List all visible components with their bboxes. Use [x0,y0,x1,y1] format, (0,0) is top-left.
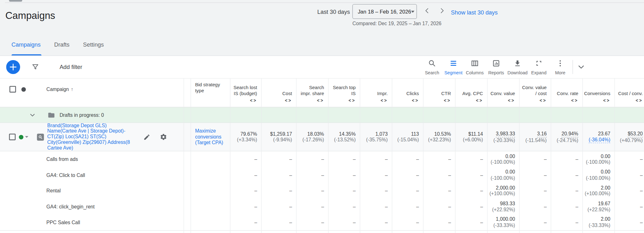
segment-label-cell: Rental [0,183,184,199]
metric-value: – [575,219,578,225]
column-header[interactable]: Search top IS <> [329,78,360,107]
metric-value: – [353,188,356,194]
download-button[interactable]: Download [507,59,528,75]
metric-change-value: (-33.33%) [493,222,515,228]
metric-cell: 2.00 (+100.00%) [583,183,615,199]
column-header[interactable]: CTR <> [424,78,456,107]
settings-gear-icon[interactable] [160,133,167,141]
campaign-status-toggle[interactable] [19,135,28,139]
campaign-name-link[interactable]: Brand(Storage Depot GLS) Name(W [0,230,184,233]
metric-cell: – [519,167,551,183]
compare-values-icon: <> [571,98,578,102]
metric-change-value: (-24.71%) [557,137,578,143]
metric-value: – [448,188,451,194]
segment-label: GA4: Click to Call [47,172,85,178]
tab-settings[interactable]: Settings [83,41,104,54]
columns-button[interactable]: Columns [464,59,486,75]
column-header[interactable]: Avg. CPC <> [455,78,487,107]
metric-cell: – [424,199,456,215]
column-header[interactable]: Impr. <> [360,78,392,107]
frozen-column-gap [184,78,191,107]
metric-cell: – [519,183,551,199]
metric-cell: – [455,199,487,215]
column-header[interactable]: Conversions <> [583,78,615,107]
metric-change-value: (-100.00%) [586,159,610,165]
row-checkbox[interactable] [9,134,16,140]
metric-cell: 14.35% (-13.52%) [329,123,360,151]
select-all-checkbox[interactable] [9,86,16,93]
next-period-button[interactable] [439,8,445,16]
compare-values-icon: <> [476,98,483,102]
show-last-30-days-link[interactable]: Show last 30 days [451,9,497,16]
metric-cell: – [360,199,392,215]
segment-icon [449,59,458,69]
add-filter-button[interactable]: Add filter [59,64,82,70]
metric-cell: – [455,183,487,199]
metric-cell: – [455,167,487,183]
more-button[interactable]: More [550,59,571,75]
metric-value: 2.00 [601,216,610,222]
metric-change-value[interactable]: (-36.04%) [589,137,610,143]
compare-values-icon: <> [285,98,292,102]
metric-cell: – [329,183,360,199]
campaign-column-header[interactable]: Campaign ↑ [0,78,184,107]
collapse-toolbar-icon[interactable] [577,63,586,73]
column-header[interactable]: Cost / conv. <> [615,78,644,107]
bid-strategy-cell [191,215,230,230]
metric-change-value: (-35.75%) [366,137,388,143]
column-header[interactable]: Conv. rate <> [551,78,583,107]
reports-button[interactable]: Reports [486,59,507,75]
metric-value: $53.20 [628,131,643,137]
empty-cell [360,230,392,233]
previous-period-button[interactable] [424,8,430,16]
edit-pencil-icon[interactable] [143,134,150,140]
collapse-drafts-icon[interactable] [29,111,36,119]
search-icon [428,59,436,69]
metric-change-value: (-9.94%) [273,137,292,143]
column-header[interactable]: Cost <> [262,78,297,107]
frozen-column-gap [184,199,191,215]
column-header[interactable]: Conv. value / cost <> [519,78,551,107]
metric-value: – [575,188,578,194]
empty-cell [455,107,487,122]
column-header[interactable]: Search lost IS (budget) <> [230,78,262,107]
empty-cell [487,230,519,233]
metric-change-value: (+100.00%) [489,191,515,197]
metric-value: – [321,204,324,210]
date-range-picker[interactable]: Jan 18 – Feb 16, 2026 [353,4,417,19]
column-header[interactable]: Clicks <> [392,78,423,107]
campaign-name-link[interactable]: Brand(Storage Depot GLS) Name(Cartee Ave… [47,123,135,151]
status-column-header-icon[interactable] [21,87,26,92]
metric-cell: 0.00 (-100.00%) [487,151,519,167]
new-campaign-button[interactable] [6,60,20,74]
filter-icon[interactable] [31,63,39,73]
search-button[interactable]: Search [421,59,443,75]
metric-value: – [480,172,483,178]
segment-label: Rental [47,188,61,194]
metric-cell: – [424,183,456,199]
column-header[interactable]: Bid strategy type [191,78,230,107]
compare-values-icon: <> [508,98,515,102]
tab-drafts[interactable]: Drafts [54,41,69,54]
expand-icon [535,59,543,69]
expand-button[interactable]: Expand [528,59,550,75]
metric-value: – [416,219,419,225]
tab-campaigns[interactable]: Campaigns [12,41,41,54]
empty-cell [262,107,297,122]
metric-value: – [321,188,324,194]
columns-icon [471,59,479,69]
compare-values-icon: <> [412,98,419,102]
segment-button[interactable]: Segment [443,59,464,75]
metric-value: – [575,156,578,162]
metric-value: – [385,219,388,225]
segment-label: Calls from ads [47,156,78,162]
metric-value: – [640,172,643,178]
compared-date-range: Compared: Dec 19, 2025 – Jan 17, 2026 [353,20,441,26]
column-header[interactable]: Conv. value <> [487,78,519,107]
bid-strategy-link[interactable]: Maximize conversions (Target CPA) [195,128,227,146]
metric-value: 0.00 [505,153,515,159]
metric-cell: – [551,167,583,183]
segment-label: PPC Sales Call [47,219,80,225]
search-campaign-type-icon [37,134,44,140]
column-header[interactable]: Search impr. share <> [297,78,329,107]
